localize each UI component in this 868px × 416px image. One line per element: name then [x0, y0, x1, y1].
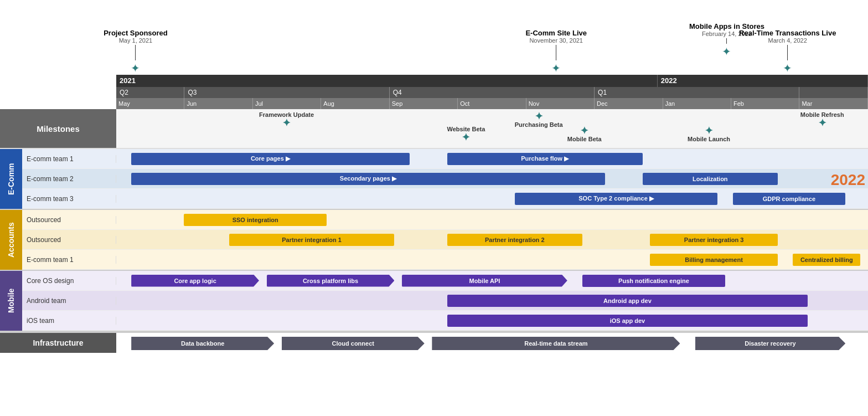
purchase-flow-bar: Purchase flow ▶: [447, 153, 643, 165]
month-sep: Sep: [390, 98, 458, 109]
year-row: 2021 2022: [116, 75, 868, 87]
year-2021: 2021: [116, 75, 658, 87]
q2: Q2: [116, 87, 184, 98]
month-jul: Jul: [253, 98, 321, 109]
ios-team-track: iOS app dev: [116, 311, 868, 331]
month-jun: Jun: [184, 98, 252, 109]
localization-bar: Localization: [643, 173, 778, 185]
ecomm-rows: E-comm team 1 Core pages ▶ Purchase flow…: [22, 149, 868, 209]
billing-mgmt-bar: Billing management: [650, 254, 778, 266]
data-backbone-bar: Data backbone: [131, 337, 274, 350]
centralized-billing-bar: Centralized billing: [793, 254, 860, 266]
core-app-logic-bar: Core app logic: [131, 275, 259, 287]
ios-app-dev-bar: iOS app dev: [447, 315, 808, 327]
month-nov: Nov: [526, 98, 595, 109]
mobile-core-label: Core OS design: [22, 277, 116, 285]
realtime-stream-bar: Real-time data stream: [432, 337, 680, 350]
mobile-api-bar: Mobile API: [402, 275, 567, 287]
q3: Q3: [184, 87, 389, 98]
accounts-ecomm-team1-label: E-comm team 1: [22, 256, 116, 264]
ecomm-team2-row: E-comm team 2 Secondary pages ▶ Localiza…: [22, 169, 868, 189]
ecomm-team2-label: E-comm team 2: [22, 175, 116, 183]
cloud-connect-bar: Cloud connect: [282, 337, 425, 350]
mobile-core-track: Core app logic Cross platform libs Mobil…: [116, 271, 868, 291]
milestone-mobile-refresh: Mobile Refresh ✦: [800, 111, 844, 128]
infrastructure-label: Infrastructure: [0, 333, 116, 353]
disaster-recovery-bar: Disaster recovery: [695, 337, 846, 350]
accounts-outsourced2-track: Partner integration 1 Partner integratio…: [116, 230, 868, 250]
cross-platform-bar: Cross platform libs: [267, 275, 395, 287]
infrastructure-section: Infrastructure Data backbone Cloud conne…: [0, 332, 868, 353]
top-milestones-area: Project Sponsored May 1, 2021 ✦ E-Comm S…: [116, 6, 868, 75]
ecomm-team1-track: Core pages ▶ Purchase flow ▶: [116, 149, 868, 169]
month-may: May: [116, 98, 184, 109]
month-aug: Aug: [321, 98, 389, 109]
star-icon-4: ✦: [739, 61, 836, 75]
milestone-realtime: Real-Time Transactions Live March 4, 202…: [739, 29, 836, 75]
q4: Q4: [390, 87, 595, 98]
mobile-section: Mobile Core OS design Core app logic Cro…: [0, 271, 868, 332]
ecomm-section-label: E-Comm: [0, 149, 22, 209]
accounts-ecomm-team1-track: Billing management Centralized billing: [116, 250, 868, 270]
milestone-mobile-launch: ✦ Mobile Launch: [688, 126, 730, 142]
year-2022: 2022: [658, 75, 868, 87]
month-row: May Jun Jul Aug Sep Oct Nov Dec Jan Feb …: [116, 98, 868, 109]
ecomm-section: E-Comm E-comm team 1 Core pages ▶ Purcha…: [0, 149, 868, 210]
q-extra: [799, 87, 868, 98]
infrastructure-track: Data backbone Cloud connect Real-time da…: [116, 333, 868, 354]
push-notification-bar: Push notification engine: [582, 275, 725, 287]
mobile-core-row: Core OS design Core app logic Cross plat…: [22, 271, 868, 291]
quarter-row: Q2 Q3 Q4 Q1: [116, 87, 868, 98]
soc-bar: SOC Type 2 compliance ▶: [515, 193, 718, 205]
accounts-outsourced1-row: Outsourced SSO integration: [22, 210, 868, 230]
milestone-project-sponsored: Project Sponsored May 1, 2021 ✦: [104, 29, 168, 75]
partner-int3-bar: Partner integration 3: [650, 234, 778, 246]
android-team-track: Android app dev: [116, 291, 868, 311]
star-icon-2: ✦: [525, 61, 587, 75]
ecomm-team3-row: E-comm team 3 SOC Type 2 compliance ▶ GD…: [22, 189, 868, 209]
ios-team-row: iOS team iOS app dev: [22, 311, 868, 331]
sso-bar: SSO integration: [184, 214, 327, 226]
accounts-section-label: Accounts: [0, 210, 22, 270]
accounts-section: Accounts Outsourced SSO integration Outs…: [0, 210, 868, 271]
android-app-dev-bar: Android app dev: [447, 295, 808, 307]
milestones-track: Framework Update ✦ Website Beta ✦ ✦ Purc…: [116, 109, 868, 148]
milestone-mobile-beta: ✦ Mobile Beta: [567, 126, 602, 142]
accounts-outsourced1-label: Outsourced: [22, 216, 116, 224]
mobile-section-label: Mobile: [0, 271, 22, 331]
ios-team-label: iOS team: [22, 317, 116, 325]
partner-int1-bar: Partner integration 1: [229, 234, 395, 246]
timeline-header-area: 2021 2022 Q2 Q3 Q4 Q1 May Jun Jul Aug Se…: [116, 75, 868, 109]
month-feb: Feb: [731, 98, 799, 109]
gantt-chart: Project Sponsored May 1, 2021 ✦ E-Comm S…: [0, 0, 868, 353]
ecomm-team3-track: SOC Type 2 compliance ▶ GDPR compliance: [116, 189, 868, 209]
milestone-ecomm-live: E-Comm Site Live November 30, 2021 ✦: [525, 29, 587, 75]
milestones-label: Milestones: [0, 109, 116, 148]
accounts-rows: Outsourced SSO integration Outsourced Pa…: [22, 210, 868, 270]
accounts-ecomm-team1-row: E-comm team 1 Billing management Central…: [22, 250, 868, 270]
partner-int2-bar: Partner integration 2: [447, 234, 582, 246]
q1: Q1: [595, 87, 799, 98]
month-jan: Jan: [663, 98, 731, 109]
secondary-pages-bar: Secondary pages ▶: [131, 173, 605, 185]
ecomm-team1-label: E-comm team 1: [22, 155, 116, 163]
left-spacer: [0, 75, 116, 109]
milestone-purchasing-beta: ✦ Purchasing Beta: [515, 111, 563, 128]
accounts-outsourced2-row: Outsourced Partner integration 1 Partner…: [22, 230, 868, 250]
star-icon-1: ✦: [104, 61, 168, 75]
month-oct: Oct: [458, 98, 526, 109]
accounts-outsourced2-label: Outsourced: [22, 236, 116, 244]
ecomm-team1-row: E-comm team 1 Core pages ▶ Purchase flow…: [22, 149, 868, 169]
android-team-label: Android team: [22, 297, 116, 305]
ecomm-team3-label: E-comm team 3: [22, 195, 116, 203]
mobile-rows: Core OS design Core app logic Cross plat…: [22, 271, 868, 331]
gdpr-bar: GDPR compliance: [733, 193, 846, 205]
ecomm-team2-track: Secondary pages ▶ Localization: [116, 169, 868, 189]
milestone-website-beta: Website Beta ✦: [447, 126, 485, 142]
android-team-row: Android team Android app dev: [22, 291, 868, 311]
accounts-outsourced1-track: SSO integration: [116, 210, 868, 230]
milestone-framework-update: Framework Update ✦: [259, 111, 314, 128]
gantt-body: 2021 2022 Q2 Q3 Q4 Q1 May Jun Jul Aug Se…: [0, 75, 868, 109]
core-pages-bar: Core pages ▶: [131, 153, 409, 165]
month-mar: Mar: [799, 98, 868, 109]
